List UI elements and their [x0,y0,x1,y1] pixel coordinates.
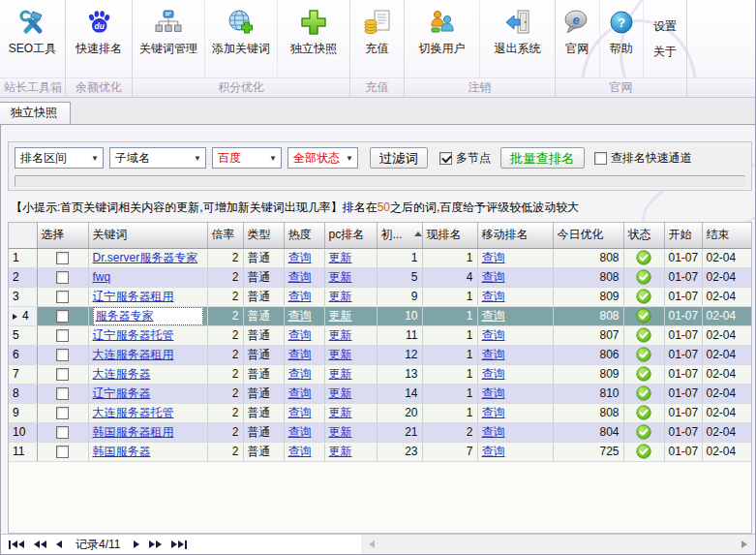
pc-link[interactable]: 更新 [329,425,352,439]
baidu-paw-button[interactable]: du快速排名 [66,0,132,77]
table-row[interactable]: 4服务器专家2普通查询更新101查询80801-0702-04 [9,306,751,325]
keyword-manager-button[interactable]: 关键词管理 [133,0,205,77]
multi-node-checkbox[interactable] [439,152,452,165]
subdomain-dropdown[interactable]: 子域名 ▼ [109,147,206,169]
column-header[interactable]: 热度 [284,223,324,248]
heat-link[interactable]: 查询 [288,386,312,400]
column-header[interactable]: 开始 [664,223,702,248]
fast-prev-icon[interactable] [34,540,46,548]
snapshot-plus-button[interactable]: 独立快照 [278,0,349,77]
help-button[interactable]: ?帮助 [600,0,645,77]
keyword-link[interactable]: 辽宁服务器租用 [93,290,174,303]
mobile-link[interactable]: 查询 [482,367,505,381]
row-header-cell[interactable]: 10 [9,422,37,442]
keyword-link[interactable]: 大连服务器租用 [93,348,174,361]
mobile-link[interactable]: 查询 [482,348,505,361]
mobile-link[interactable]: 查询 [482,251,505,264]
keyword-link[interactable]: 韩国服务器 [93,445,151,458]
fast-next-icon[interactable] [149,540,162,548]
pc-link[interactable]: 更新 [329,290,352,303]
heat-link[interactable]: 查询 [288,309,312,323]
pc-link[interactable]: 更新 [329,445,352,458]
next-page-icon[interactable] [134,540,139,548]
filter-words-button[interactable]: 过滤词 [370,147,428,169]
keyword-edit-box[interactable]: 服务器专家 [93,307,203,325]
mobile-link[interactable]: 查询 [482,290,505,303]
multi-node-checkbox-field[interactable]: 多节点 [439,150,491,167]
corner-header-cell[interactable] [9,223,37,248]
heat-link[interactable]: 查询 [288,251,312,264]
heat-link[interactable]: 查询 [288,290,312,303]
row-header-cell[interactable]: 11 [9,442,37,461]
pc-link[interactable]: 更新 [329,270,352,284]
row-checkbox[interactable] [56,426,69,439]
add-keyword-button[interactable]: 添加关键词 [205,0,278,77]
pc-link[interactable]: 更新 [329,386,352,400]
column-header[interactable]: 现排名 [422,223,477,248]
pc-link[interactable]: 更新 [329,348,352,361]
pc-link[interactable]: 更新 [329,367,352,381]
column-header[interactable]: 倍率 [207,223,243,248]
pc-link[interactable]: 更新 [329,309,352,323]
column-header[interactable]: 类型 [243,223,284,248]
heat-link[interactable]: 查询 [288,425,312,439]
tab-standalone-snapshot[interactable]: 独立快照 [0,102,71,124]
exit-button[interactable]: 退出系统 [480,0,555,77]
table-row[interactable]: 7大连服务器2普通查询更新131查询80901-0702-04 [9,364,751,384]
table-row[interactable]: 10韩国服务器租用2普通查询更新212查询80401-0702-04 [9,422,751,442]
column-header[interactable]: 状态 [623,223,664,248]
row-checkbox[interactable] [56,368,69,381]
table-row[interactable]: 2fwq2普通查询更新54查询80801-0702-04 [9,267,751,287]
about-button[interactable]: 关于 [653,44,677,60]
table-row[interactable]: 9大连服务器托管2普通查询更新201查询80801-0702-04 [9,403,751,422]
row-header-cell[interactable]: 6 [9,345,37,364]
recharge-button[interactable]: 充值 [350,0,404,77]
table-row[interactable]: 11韩国服务器2普通查询更新237查询72501-0702-04 [9,442,751,461]
row-header-cell[interactable]: 3 [9,287,37,306]
heat-link[interactable]: 查询 [288,328,312,342]
keyword-link[interactable]: 韩国服务器租用 [93,425,174,439]
row-header-cell[interactable]: 7 [9,364,37,384]
status-dropdown[interactable]: 全部状态 ▼ [287,147,358,169]
rank-range-dropdown[interactable]: 排名区间 ▼ [15,147,104,169]
mobile-link[interactable]: 查询 [482,425,505,439]
first-page-icon[interactable] [9,540,24,549]
heat-link[interactable]: 查询 [288,406,312,419]
table-row[interactable]: 5辽宁服务器托管2普通查询更新111查询80701-0702-04 [9,325,751,345]
column-header[interactable]: 移动排名 [477,223,553,248]
keyword-link[interactable]: fwq [93,270,111,284]
pc-link[interactable]: 更新 [329,251,352,264]
row-header-cell[interactable]: 1 [9,248,37,267]
heat-link[interactable]: 查询 [288,348,312,361]
search-engine-dropdown[interactable]: 百度 ▼ [212,147,282,169]
column-header[interactable]: 选择 [37,223,88,248]
row-checkbox[interactable] [56,310,69,323]
mobile-link[interactable]: 查询 [482,386,505,400]
heat-link[interactable]: 查询 [288,445,312,458]
row-checkbox[interactable] [56,271,69,284]
keyword-link[interactable]: 大连服务器托管 [93,406,174,419]
pc-link[interactable]: 更新 [329,406,352,419]
row-header-cell[interactable]: 5 [9,325,37,345]
row-checkbox[interactable] [56,407,69,419]
keyword-link[interactable]: 辽宁服务器 [93,386,151,400]
keyword-link[interactable]: 服务器专家 [96,309,154,323]
mobile-link[interactable]: 查询 [482,328,505,342]
last-page-icon[interactable] [171,540,187,549]
mobile-link[interactable]: 查询 [482,406,505,419]
heat-link[interactable]: 查询 [288,367,312,381]
column-header[interactable]: 结束 [702,223,751,248]
keyword-link[interactable]: 辽宁服务器托管 [93,328,174,342]
table-row[interactable]: 6大连服务器租用2普通查询更新121查询80601-0702-04 [9,345,751,364]
mobile-link[interactable]: 查询 [482,309,505,323]
table-row[interactable]: 1Dr.server服务器专家2普通查询更新11查询80801-0702-04 [9,248,751,267]
batch-check-rank-button[interactable]: 批量查排名 [500,147,585,169]
column-header[interactable]: 关键词 [88,223,207,248]
row-header-cell[interactable]: 8 [9,384,37,403]
row-checkbox[interactable] [56,329,69,342]
switch-user-button[interactable]: 切换用户 [405,0,480,77]
hscroll-left-icon[interactable] [369,540,375,548]
fast-channel-checkbox-field[interactable]: 查排名快速通道 [594,150,692,167]
row-checkbox[interactable] [56,252,69,264]
heat-link[interactable]: 查询 [288,270,312,284]
